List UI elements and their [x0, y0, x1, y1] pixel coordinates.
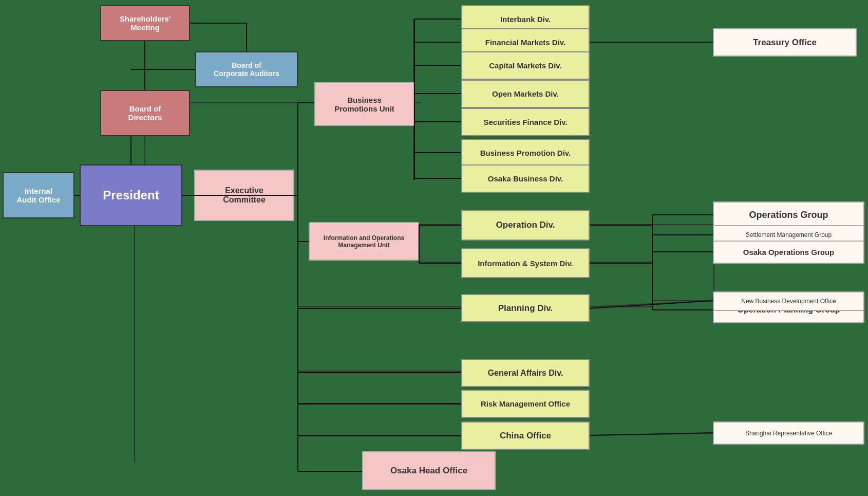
general-affairs-box: General Affairs Div. — [461, 359, 590, 387]
internal-audit-label: InternalAudit Office — [17, 187, 61, 204]
org-chart: Shareholders' Meeting Board ofCorporate … — [0, 0, 868, 496]
operation-div-box: Operation Div. — [461, 210, 590, 241]
settlement-mgmt-label: Settlement Management Group — [746, 231, 832, 238]
osaka-head-box: Osaka Head Office — [362, 451, 496, 490]
operations-group-box: Operations Group — [713, 201, 864, 228]
executive-committee-box: ExecutiveCommittee — [194, 170, 294, 221]
osaka-business-box: Osaka Business Div. — [461, 164, 590, 193]
business-promotion-label: Business Promotion Div. — [480, 149, 571, 157]
board-auditors-box: Board ofCorporate Auditors — [195, 51, 298, 87]
business-promotions-box: BusinessPromotions Unit — [314, 82, 414, 126]
shareholders-label: Shareholders' Meeting — [120, 14, 171, 32]
business-promotion-box: Business Promotion Div. — [461, 139, 590, 167]
svg-line-94 — [590, 433, 713, 435]
svg-line-93 — [590, 301, 713, 308]
open-markets-label: Open Markets Div. — [492, 89, 559, 98]
board-directors-box: Board ofDirectors — [100, 90, 190, 136]
securities-finance-box: Securities Finance Div. — [461, 108, 590, 136]
new-business-label: New Business Development Office — [741, 298, 836, 305]
shareholders-meeting-box: Shareholders' Meeting — [100, 5, 190, 41]
operation-div-label: Operation Div. — [496, 220, 555, 230]
general-affairs-label: General Affairs Div. — [488, 369, 563, 378]
info-operations-label: Information and OperationsManagement Uni… — [324, 234, 404, 249]
svg-line-46 — [590, 301, 714, 307]
capital-markets-box: Capital Markets Div. — [461, 51, 590, 80]
osaka-operations-label: Osaka Operations Group — [743, 248, 835, 256]
financial-markets-label: Financial Markets Div. — [485, 38, 565, 47]
shanghai-label: Shanghai Representative Office — [745, 430, 832, 437]
china-office-box: China Office — [461, 421, 590, 450]
osaka-business-label: Osaka Business Div. — [488, 174, 563, 183]
board-directors-label: Board ofDirectors — [128, 104, 162, 122]
risk-management-box: Risk Management Office — [461, 390, 590, 418]
internal-audit-box: InternalAudit Office — [3, 172, 74, 218]
treasury-office-box: Treasury Office — [713, 28, 857, 57]
treasury-office-label: Treasury Office — [753, 38, 817, 48]
board-auditors-label: Board ofCorporate Auditors — [214, 61, 279, 78]
osaka-head-label: Osaka Head Office — [390, 466, 467, 476]
info-operations-box: Information and OperationsManagement Uni… — [309, 222, 419, 261]
info-system-box: Information & System Div. — [461, 248, 590, 278]
interbank-label: Interbank Div. — [500, 15, 551, 24]
business-promotions-label: BusinessPromotions Unit — [334, 96, 394, 113]
executive-committee-label: ExecutiveCommittee — [223, 186, 266, 205]
info-system-label: Information & System Div. — [478, 259, 573, 268]
president-box: President — [80, 164, 182, 226]
new-business-box: New Business Development Office — [713, 291, 864, 311]
svg-line-10 — [185, 103, 318, 175]
president-label: President — [103, 188, 159, 203]
operations-group-label: Operations Group — [749, 210, 828, 221]
planning-div-box: Planning Div. — [461, 294, 590, 322]
svg-line-49 — [590, 433, 714, 435]
planning-div-label: Planning Div. — [498, 303, 553, 314]
shanghai-box: Shanghai Representative Office — [713, 421, 864, 445]
securities-finance-label: Securities Finance Div. — [483, 118, 567, 126]
china-office-label: China Office — [500, 431, 551, 441]
open-markets-box: Open Markets Div. — [461, 80, 590, 108]
capital-markets-label: Capital Markets Div. — [489, 61, 561, 70]
osaka-operations-box: Osaka Operations Group — [713, 241, 864, 264]
risk-management-label: Risk Management Office — [481, 399, 570, 408]
